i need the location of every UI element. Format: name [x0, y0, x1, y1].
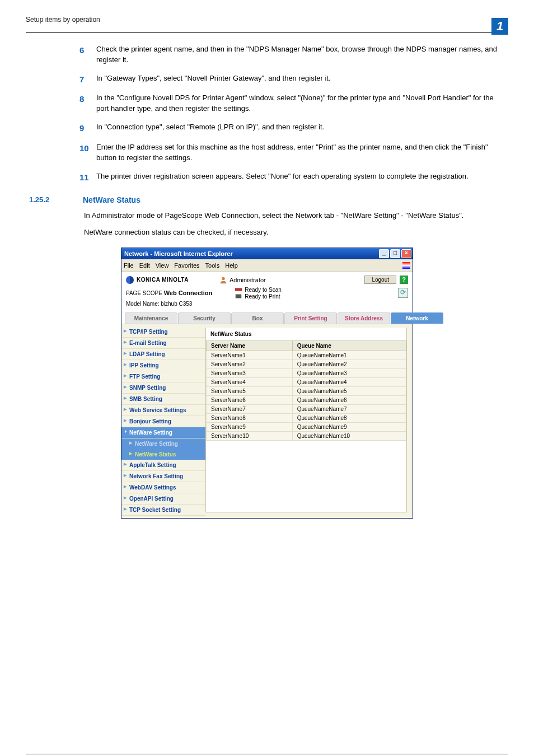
tab-print-setting[interactable]: Print Setting — [284, 312, 337, 324]
menu-view[interactable]: View — [156, 262, 169, 269]
svg-rect-1 — [235, 288, 242, 291]
col-server-name: Server Name — [207, 341, 293, 351]
step-text: In "Gateway Types", select "Novell Print… — [96, 73, 331, 86]
table-row: ServerName9QueueNameName9 — [207, 423, 406, 432]
header-left: Setup items by operation — [26, 16, 100, 26]
sidebar-item-networkfax[interactable]: Network Fax Setting — [121, 471, 205, 482]
step-text: Check the printer agent name, and then i… — [96, 44, 503, 66]
menu-tools[interactable]: Tools — [205, 262, 220, 269]
section-heading: 1.25.2 NetWare Status — [26, 195, 508, 204]
table-row: ServerName10QueueNameName10 — [207, 432, 406, 441]
sidebar-item-smb[interactable]: SMB Setting — [121, 394, 205, 405]
scanner-icon — [235, 286, 242, 293]
sidebar-item-webdav[interactable]: WebDAV Settings — [121, 482, 205, 493]
browser-menubar[interactable]: File Edit View Favorites Tools Help — [121, 259, 413, 272]
main-tabs: Maintenance Security Box Print Setting S… — [121, 312, 413, 324]
sidebar-item-email[interactable]: E-mail Setting — [121, 338, 205, 349]
table-row: ServerName2QueueNameName2 — [207, 360, 406, 369]
netware-status-table: Server Name Queue Name ServerName1QueueN… — [206, 340, 406, 441]
close-icon[interactable]: × — [401, 249, 411, 258]
status-block: Ready to Scan Ready to Print — [235, 286, 282, 300]
table-row: ServerName8QueueNameName8 — [207, 414, 406, 423]
table-row: ServerName1QueueNameName1 — [207, 351, 406, 360]
table-row: ServerName6QueueNameName6 — [207, 396, 406, 405]
chapter-box: 1 — [491, 18, 508, 35]
konica-logo-icon — [126, 276, 134, 284]
paragraph: NetWare connection status can be checked… — [84, 227, 503, 238]
paragraph: In Administrator mode of PageScope Web C… — [84, 210, 503, 221]
sidebar-sub-netware-status[interactable]: NetWare Status — [121, 449, 205, 460]
window-title: Network - Microsoft Internet Explorer — [124, 250, 233, 257]
table-row: ServerName3QueueNameName3 — [207, 369, 406, 378]
svg-point-0 — [222, 277, 224, 280]
svg-rect-2 — [236, 295, 242, 298]
printer-icon — [235, 293, 242, 300]
step-text: Enter the IP address set for this machin… — [96, 142, 503, 164]
step-number: 9 — [79, 122, 96, 134]
menu-file[interactable]: File — [124, 262, 134, 269]
tab-box[interactable]: Box — [231, 312, 284, 324]
sidebar-item-openapi[interactable]: OpenAPI Setting — [121, 493, 205, 505]
steps-list: 6Check the printer agent name, and then … — [79, 44, 503, 183]
logout-button[interactable]: Logout — [364, 276, 396, 284]
sidebar-item-ipp[interactable]: IPP Setting — [121, 360, 205, 371]
step-text: In the "Configure Novell DPS for Printer… — [96, 93, 503, 114]
sidebar-item-bonjour[interactable]: Bonjour Setting — [121, 416, 205, 427]
sidebar-sub-netware-setting[interactable]: NetWare Setting — [121, 438, 205, 449]
step-number: 11 — [79, 171, 96, 184]
sidebar: TCP/IP Setting E-mail Setting LDAP Setti… — [121, 324, 205, 518]
sidebar-item-ftp[interactable]: FTP Setting — [121, 371, 205, 382]
tab-security[interactable]: Security — [178, 312, 231, 324]
help-icon[interactable]: ? — [400, 276, 408, 284]
sidebar-item-appletalk[interactable]: AppleTalk Setting — [121, 460, 205, 471]
sidebar-item-tcpip[interactable]: TCP/IP Setting — [121, 326, 205, 338]
ie-throbber-icon — [402, 262, 410, 269]
content-panel: NetWare Status Server Name Queue Name Se… — [205, 328, 407, 512]
tab-network[interactable]: Network — [391, 312, 443, 324]
page-header: Setup items by operation 1 — [26, 16, 508, 33]
menu-help[interactable]: Help — [225, 262, 238, 269]
step-number: 10 — [79, 142, 96, 164]
brand-name: KONICA MINOLTA — [137, 277, 189, 283]
sidebar-item-ldap[interactable]: LDAP Setting — [121, 349, 205, 360]
administrator-icon — [219, 276, 227, 284]
pagescope-logo: PAGE SCOPE Web Connection — [126, 290, 212, 296]
table-row: ServerName7QueueNameName7 — [207, 405, 406, 414]
model-name: Model Name: bizhub C353 — [121, 301, 413, 310]
minimize-icon[interactable]: _ — [379, 249, 389, 258]
tab-store-address[interactable]: Store Address — [338, 312, 390, 324]
step-number: 8 — [79, 93, 96, 114]
section-title: NetWare Status — [83, 195, 140, 204]
tab-maintenance[interactable]: Maintenance — [125, 312, 177, 324]
content-title: NetWare Status — [206, 328, 406, 340]
sidebar-item-netware[interactable]: NetWare Setting — [121, 427, 205, 438]
section-number: 1.25.2 — [26, 195, 83, 204]
step-text: The printer driver registration screen a… — [96, 171, 469, 184]
administrator-label: Administrator — [229, 277, 266, 283]
sidebar-item-webservice[interactable]: Web Service Settings — [121, 405, 205, 416]
sidebar-item-tcpsocket[interactable]: TCP Socket Setting — [121, 505, 205, 516]
maximize-icon[interactable]: □ — [390, 249, 400, 258]
table-row: ServerName4QueueNameName4 — [207, 378, 406, 387]
step-number: 6 — [79, 44, 96, 66]
browser-window: Network - Microsoft Internet Explorer _ … — [121, 248, 413, 519]
col-queue-name: Queue Name — [292, 341, 406, 351]
sidebar-item-snmp[interactable]: SNMP Setting — [121, 382, 205, 394]
page-footer: C353/C253/C203 1-74 — [26, 754, 508, 756]
table-row: ServerName5QueueNameName5 — [207, 387, 406, 396]
step-number: 7 — [79, 73, 96, 86]
menu-edit[interactable]: Edit — [139, 262, 150, 269]
window-titlebar[interactable]: Network - Microsoft Internet Explorer _ … — [121, 248, 413, 259]
menu-favorites[interactable]: Favorites — [174, 262, 199, 269]
refresh-icon[interactable]: ⟳ — [398, 288, 408, 298]
step-text: In "Connection type", select "Remote (LP… — [96, 122, 324, 134]
